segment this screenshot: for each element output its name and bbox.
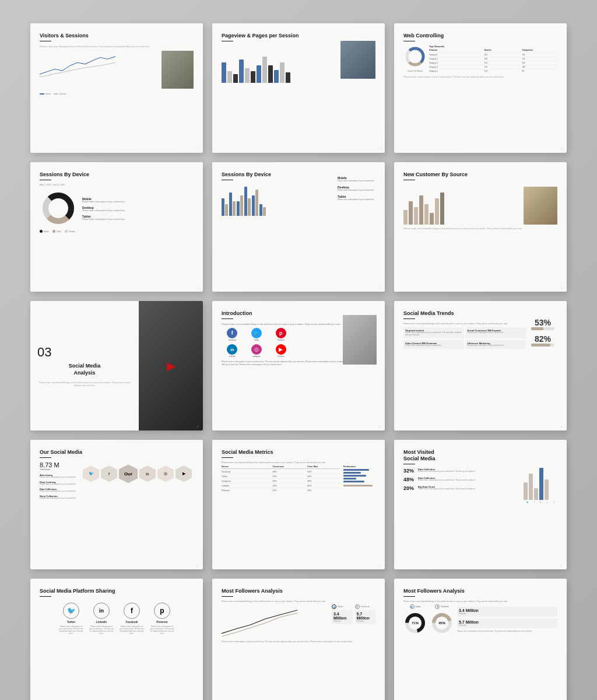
slide1-chart <box>40 51 115 80</box>
slide8-page: 8 <box>379 426 380 428</box>
slide8-photo <box>343 315 377 365</box>
slide15-label2: Followers <box>459 624 556 626</box>
slide3-desc: Please enter a description of your conte… <box>403 75 557 79</box>
slide13-twitter-label: Twitter <box>67 621 75 624</box>
slide15-title: Most Followers Analysis <box>403 588 557 594</box>
slide6-photo <box>524 187 557 225</box>
bar5 <box>245 68 250 83</box>
hex5: ▶ <box>175 466 192 482</box>
slide4-donut-chart <box>40 190 78 228</box>
slide13-linkedin-icon: in <box>93 603 110 619</box>
slide13-pinterest-label: Pinterest <box>156 621 167 624</box>
bar10 <box>274 70 279 83</box>
slide9-stat2: 82% <box>531 334 554 346</box>
slide9-card-targeted: Targeted content Please enter a descript… <box>403 327 464 338</box>
slide13-pinterest-icon: p <box>154 603 170 619</box>
slide9-pct2: 82% <box>535 334 551 344</box>
slide-most-followers-pie: Most Followers Analysis Please enter mos… <box>394 579 567 700</box>
svg-text:45%: 45% <box>438 621 446 625</box>
hex-center: Our <box>119 464 138 483</box>
slide13-twitter: 🐦 Twitter Please enter a description of … <box>58 603 84 635</box>
slide8-icon-twitter: 🐦 Twitter <box>246 328 268 341</box>
slide11-page: 11 <box>378 565 380 567</box>
slide8-icon-instagram: ◎ Instagram <box>246 344 268 358</box>
slide15-label1: Followers <box>459 612 556 615</box>
slide3-title: Web Controlling <box>403 33 557 39</box>
slide9-underline <box>403 318 415 320</box>
slide14-num1: 3.4 Million <box>333 612 351 620</box>
slide13-linkedin-desc: Please enter a description of your conte… <box>89 625 114 635</box>
slide14-subtitle: Please enter most beautiful things in th… <box>222 600 375 603</box>
slide4-underline <box>40 180 51 181</box>
slide13-facebook: f Facebook Please enter a description of… <box>119 603 145 635</box>
slide-social-media-analysis: 03 Social MediaAnalysis Please enter mos… <box>30 301 203 430</box>
slide14-underline <box>222 596 233 597</box>
slide4-mobile-desc: Please make a description of your conten… <box>82 201 194 203</box>
slide8-icon-facebook: f Facebook <box>222 328 243 341</box>
hex4: ◎ <box>157 466 174 482</box>
slide14-label1: Followers <box>333 620 351 622</box>
slide10-title: Our Social Media <box>40 449 194 456</box>
slide-sessions-device-bars: Sessions By Device Mobile Please enter a… <box>212 162 385 292</box>
slide14-num2: 5.7 Million <box>357 612 374 620</box>
slide13-pinterest-desc: Please enter a description of your conte… <box>149 625 175 635</box>
slide15-donut2-chart: 45% <box>430 611 454 635</box>
slide4-page: 4 <box>197 287 198 289</box>
slide15-underline <box>403 596 415 597</box>
slide13-facebook-icon: f <box>124 603 140 619</box>
slide15-stat1: 3.4 Million Followers <box>457 607 557 617</box>
slide15-stat2: 5.7 Million Followers <box>457 618 557 628</box>
slide14-stat2: 5.7 Million Followers <box>355 610 376 624</box>
slide5-title: Sessions By Device <box>222 172 335 178</box>
bar3 <box>233 74 238 83</box>
slide12-page: 12 <box>560 565 562 567</box>
svg-text:71%: 71% <box>412 621 419 625</box>
slide5-underline <box>222 180 233 181</box>
slide9-card-video: Video Content Will Dominate Please enter… <box>403 340 464 349</box>
slide15-donut2: fFacebook 45% <box>430 604 454 635</box>
slide13-twitter-icon: 🐦 <box>63 603 79 619</box>
slide6-page: 6 <box>561 287 562 289</box>
bar1 <box>222 62 226 83</box>
slide9-title: Social Media Trends <box>403 310 526 317</box>
slide15-desc: Please enter a description of your conte… <box>457 630 557 632</box>
slide9-bar1-bg <box>531 327 554 330</box>
slide-web-controlling: Web Controlling Visitors Per Months Top … <box>394 23 567 153</box>
slide8-icon-linkedin: in LinkedIn <box>222 344 243 358</box>
slide2-title: Pageview & Pages per Session <box>222 33 375 39</box>
bar9 <box>268 65 273 83</box>
slide15-donut1: 🐦Twitter 71% <box>403 604 427 635</box>
slide15-num1: 3.4 Million <box>459 608 556 612</box>
slide1-desc: Please enter your description here in th… <box>40 45 194 48</box>
slide4-tablet-desc: Please make a description of your conten… <box>82 218 194 220</box>
slide9-bar2-bg <box>531 344 554 346</box>
slide13-title: Social Media Platform Sharing <box>40 588 194 594</box>
slide14-stat1: 3.4 Million Followers <box>332 610 353 624</box>
slide7-num: 03 <box>37 345 51 360</box>
slide-visitors-sessions: Visitors & Sessions Please enter your de… <box>30 23 203 153</box>
slide12-stat1: 32% Data Collection Please enter a descr… <box>403 468 521 474</box>
bar8 <box>262 57 267 83</box>
slide3-underline <box>403 41 415 42</box>
slides-grid: Visitors & Sessions Please enter your de… <box>30 23 567 700</box>
slide11-subtitle: Please enter most beautiful things in th… <box>222 461 375 464</box>
slide13-facebook-label: Facebook <box>125 621 138 624</box>
slide-most-visited: Most VisitedSocial Media 32% Data Collec… <box>394 440 567 569</box>
slide2-underline <box>222 41 233 42</box>
slide9-subtitle: Please enter most beautiful things in th… <box>403 323 526 325</box>
slide13-twitter-desc: Please enter a description of your conte… <box>58 625 84 635</box>
slide12-underline <box>403 464 415 465</box>
slide6-underline <box>403 180 415 181</box>
slide-social-media-trends: Social Media Trends Please enter most be… <box>394 301 567 430</box>
slide2-page: 2 <box>379 148 380 150</box>
hex3: in <box>139 466 156 482</box>
slide1-photo <box>161 51 194 89</box>
slide9-stat1: 53% <box>531 318 554 330</box>
slide13-linkedin-label: LinkedIn <box>96 621 107 624</box>
bar2 <box>227 71 232 83</box>
slide6-desc: Please enter most beautiful things in th… <box>403 227 557 230</box>
slide12-stat3: 20% Big Data Cloud Please enter a descri… <box>403 485 521 491</box>
slide9-bar1-fill <box>531 327 543 330</box>
slide14-footer: Please enter a description of your conte… <box>222 640 375 643</box>
slide4-desktop-desc: Please make a description of your conten… <box>82 209 194 212</box>
